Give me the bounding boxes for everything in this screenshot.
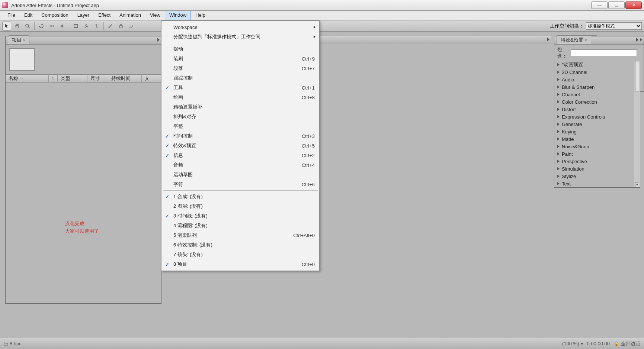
pan-behind-tool[interactable] — [58, 22, 67, 30]
menu-edit[interactable]: Edit — [20, 11, 37, 20]
col-name[interactable]: 名称 — [6, 74, 49, 83]
fx-category[interactable]: Paint — [554, 150, 640, 158]
app-icon — [2, 2, 8, 8]
rectangle-tool[interactable] — [71, 22, 80, 30]
menu-item-label: 信息 — [173, 152, 183, 159]
menu-item[interactable]: 运动草图 — [161, 170, 319, 180]
pen-tool[interactable] — [82, 22, 91, 30]
sb-view[interactable]: 🔒 全部边距 — [613, 340, 640, 347]
menu-item[interactable]: ✓8 项目Ctrl+0 — [161, 259, 319, 269]
menu-item[interactable]: Workspace — [161, 22, 319, 32]
menu-item[interactable]: 绘画Ctrl+8 — [161, 93, 319, 102]
fx-category[interactable]: Perspective — [554, 158, 640, 165]
text-tool[interactable]: T — [92, 22, 101, 30]
col-tag[interactable] — [49, 75, 58, 81]
col-duration[interactable]: 持续时间 — [108, 74, 142, 83]
fx-category[interactable]: 3D Channel — [554, 68, 640, 76]
selection-tool[interactable] — [2, 22, 11, 30]
menu-item[interactable]: 6 特效控制: (没有) — [161, 240, 319, 250]
fx-category[interactable]: Audio — [554, 76, 640, 83]
menu-shortcut: Ctrl+5 — [302, 143, 315, 149]
menu-item[interactable]: ✓信息Ctrl+2 — [161, 151, 319, 160]
fx-category[interactable]: Matte — [554, 135, 640, 143]
menu-item[interactable]: ✓时间控制Ctrl+3 — [161, 131, 319, 141]
fx-category[interactable]: Generate — [554, 120, 640, 128]
zoom-tool[interactable] — [23, 22, 32, 30]
menu-composition[interactable]: Composition — [37, 11, 73, 20]
menu-file[interactable]: File — [3, 11, 20, 20]
maximize-button[interactable]: ▭ — [608, 1, 625, 9]
minimize-button[interactable]: — — [591, 1, 608, 9]
brush-tool[interactable] — [106, 22, 115, 30]
menu-help[interactable]: Help — [191, 11, 210, 20]
sb-bpc[interactable]: 8 bpc — [4, 341, 22, 346]
scroll-down-icon[interactable]: ▼ — [635, 182, 639, 187]
fx-scrollbar[interactable]: ▲ ▼ — [634, 61, 640, 187]
clone-tool[interactable] — [116, 22, 125, 30]
menu-item[interactable]: 音频Ctrl+4 — [161, 160, 319, 170]
panel-flyout-icon[interactable] — [547, 38, 550, 41]
project-tab[interactable]: 项目 × — [8, 35, 29, 44]
menu-item[interactable]: 5 渲染队列Ctrl+Alt+0 — [161, 230, 319, 240]
menu-layer[interactable]: Layer — [73, 11, 94, 20]
fx-category[interactable]: *动画预置 — [554, 61, 640, 68]
fx-tab[interactable]: 特效&预置 × — [557, 35, 591, 44]
fx-category[interactable]: Noise&Grain — [554, 143, 640, 150]
menu-effect[interactable]: Effect — [94, 11, 115, 20]
close-icon[interactable]: × — [23, 38, 25, 42]
eraser-tool[interactable] — [127, 22, 136, 30]
fx-tab-label: 特效&预置 — [561, 37, 583, 43]
menu-item[interactable]: 段落Ctrl+7 — [161, 64, 319, 73]
menu-item[interactable]: 平整 — [161, 122, 319, 131]
fx-category[interactable]: Blur & Sharpen — [554, 83, 640, 91]
fx-category-label: Text — [562, 181, 571, 187]
menu-item[interactable]: 7 镜头: (没有) — [161, 250, 319, 259]
menu-item[interactable]: 字符Ctrl+6 — [161, 180, 319, 189]
menu-item[interactable]: 精确遮罩插补 — [161, 102, 319, 112]
close-button[interactable]: ✕ — [625, 1, 642, 9]
fx-category[interactable]: Stylize — [554, 172, 640, 180]
fx-search-input[interactable] — [571, 49, 637, 56]
col-size[interactable]: 尺寸 — [87, 74, 108, 83]
fx-category[interactable]: Channel — [554, 91, 640, 98]
orbit-tool[interactable] — [47, 22, 56, 30]
menu-item-label: 3 时间线: (没有) — [173, 213, 208, 219]
menu-item[interactable]: ✓特效&预置Ctrl+5 — [161, 141, 319, 151]
menu-item[interactable]: 2 图层: (没有) — [161, 201, 319, 211]
fx-category[interactable]: Text — [554, 180, 640, 187]
sb-timecode[interactable]: 0:00:00:00 — [587, 341, 610, 346]
col-type[interactable]: 类型 — [58, 74, 87, 83]
menu-shortcut: Ctrl+9 — [302, 56, 315, 62]
menu-item[interactable]: 分配快捷键到「标准操作模式」工作空间 — [161, 32, 319, 42]
menu-view[interactable]: View — [145, 11, 165, 20]
rotate-tool[interactable] — [37, 22, 46, 30]
workspace-select[interactable]: 标准操作模式 — [586, 22, 642, 30]
fx-search-label: 包含： — [557, 46, 568, 59]
close-icon[interactable]: × — [585, 38, 587, 42]
fx-category[interactable]: Expression Controls — [554, 113, 640, 120]
menu-item[interactable]: ✓3 时间线: (没有) — [161, 211, 319, 221]
sb-zoom[interactable]: (100 %)▾ — [562, 341, 583, 346]
fx-category[interactable]: Color Correction — [554, 98, 640, 106]
panel-flyout-icon[interactable] — [636, 38, 638, 42]
menu-item[interactable]: 跟踪控制 — [161, 73, 319, 83]
fx-category[interactable]: Simulation — [554, 165, 640, 172]
window-title: Adobe After Effects - Untitled Project.a… — [11, 3, 99, 8]
panel-flyout-icon[interactable] — [157, 38, 160, 42]
fx-category[interactable]: Distort — [554, 106, 640, 113]
menu-item[interactable]: 摆动 — [161, 44, 319, 54]
col-file[interactable]: 文 — [142, 74, 161, 83]
scrollbar-thumb[interactable] — [635, 62, 639, 91]
menu-item[interactable]: ✓1 合成: (没有) — [161, 192, 319, 201]
fx-category-label: Color Correction — [562, 99, 597, 105]
menu-window[interactable]: Window — [165, 11, 191, 20]
menu-animation[interactable]: Animation — [115, 11, 145, 20]
hand-tool[interactable] — [13, 22, 22, 30]
menu-item[interactable]: 4 流程图: (没有) — [161, 221, 319, 230]
menu-item[interactable]: 笔刷Ctrl+9 — [161, 54, 319, 64]
menu-shortcut: Ctrl+2 — [302, 153, 315, 158]
menu-item[interactable]: ✓工具Ctrl+1 — [161, 83, 319, 93]
menu-item-label: 4 流程图: (没有) — [173, 222, 208, 229]
menu-item[interactable]: 排列&对齐 — [161, 112, 319, 122]
fx-category[interactable]: Keying — [554, 128, 640, 135]
